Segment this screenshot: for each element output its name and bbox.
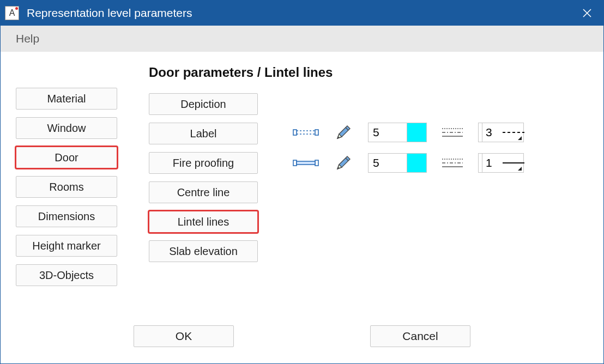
pen-width-input-1[interactable] [368, 123, 407, 142]
close-button[interactable] [571, 1, 603, 26]
content-area: Door parameters / Lintel lines Material … [1, 52, 603, 325]
subcategory-list: Depiction Label Fire proofing Centre lin… [149, 93, 258, 286]
window-title: Representation level parameters [27, 7, 571, 20]
app-icon: A [5, 6, 19, 20]
ok-button[interactable]: OK [134, 325, 234, 347]
linetype-icon [442, 155, 463, 171]
sub-lintel-lines[interactable]: Lintel lines [149, 211, 258, 233]
linetype-select-2[interactable] [478, 153, 524, 173]
menubar: Help [1, 26, 603, 52]
pencil-icon[interactable] [334, 123, 353, 142]
sub-depiction[interactable]: Depiction [149, 93, 258, 115]
linetype-select-1[interactable] [478, 123, 524, 142]
category-3d-objects[interactable]: 3D-Objects [16, 264, 117, 286]
sub-slab-elevation[interactable]: Slab elevation [149, 240, 258, 262]
svg-rect-12 [293, 160, 297, 166]
pen-width-input-2[interactable] [368, 153, 407, 173]
line-preview-dashed-icon [293, 126, 319, 138]
pencil-icon[interactable] [334, 154, 353, 172]
menu-help[interactable]: Help [11, 29, 44, 48]
svg-rect-0 [293, 130, 297, 135]
category-dimensions[interactable]: Dimensions [16, 205, 117, 227]
linetype-preview-dashed-icon [503, 123, 524, 142]
linetype-value-2[interactable] [482, 153, 503, 173]
linetype-icon [442, 125, 463, 140]
lintel-row-dashed [293, 122, 524, 143]
svg-rect-14 [297, 161, 315, 165]
color-swatch-1[interactable] [407, 123, 427, 142]
svg-rect-13 [315, 160, 318, 166]
svg-rect-1 [315, 130, 318, 135]
dialog-window: A Representation level parameters Help D… [0, 0, 604, 364]
close-icon [583, 9, 591, 17]
category-list: Material Window Door Rooms Dimensions He… [16, 88, 117, 286]
titlebar: A Representation level parameters [1, 1, 603, 26]
category-height-marker[interactable]: Height marker [16, 235, 117, 257]
line-preview-solid-icon [293, 157, 319, 169]
color-swatch-2[interactable] [407, 153, 427, 173]
page-heading: Door parameters / Lintel lines [149, 65, 588, 80]
parameters-panel [293, 122, 524, 286]
cancel-button[interactable]: Cancel [370, 325, 470, 347]
category-door[interactable]: Door [16, 147, 117, 168]
category-material[interactable]: Material [16, 88, 117, 110]
dialog-footer: OK Cancel [1, 325, 603, 363]
category-rooms[interactable]: Rooms [16, 176, 117, 198]
sub-fire-proofing[interactable]: Fire proofing [149, 152, 258, 174]
sub-label[interactable]: Label [149, 123, 258, 144]
sub-centre-line[interactable]: Centre line [149, 181, 258, 203]
linetype-preview-solid-icon [503, 154, 524, 172]
lintel-row-solid [293, 152, 524, 174]
category-window[interactable]: Window [16, 117, 117, 139]
linetype-value-1[interactable] [482, 123, 503, 142]
